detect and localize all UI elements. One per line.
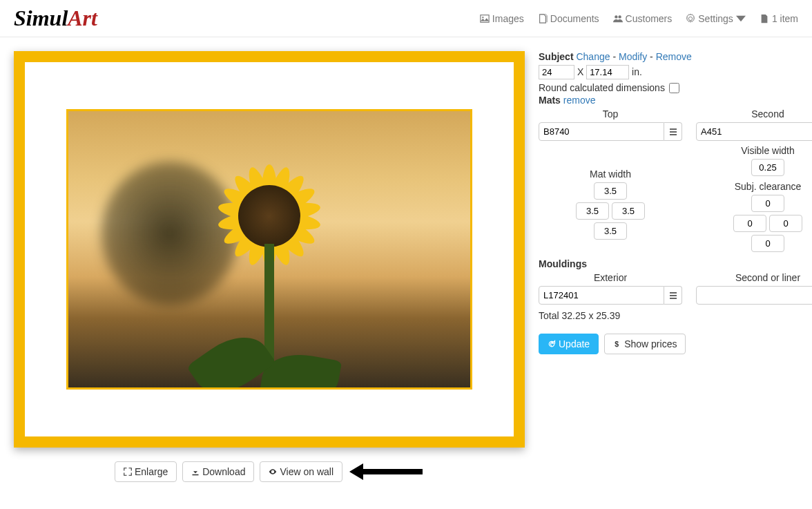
mouldings-header: Mouldings — [539, 258, 812, 269]
update-label: Update — [559, 338, 590, 349]
moulding-second-input[interactable] — [696, 286, 812, 305]
menu-icon — [669, 291, 677, 300]
mat-width-left[interactable] — [576, 202, 609, 220]
svg-text:$: $ — [615, 340, 619, 348]
subj-clearance-grid — [696, 194, 812, 253]
nav-documents-label: Documents — [550, 13, 599, 24]
mat-width-right[interactable] — [612, 202, 645, 220]
download-label: Download — [202, 466, 245, 477]
nav-images[interactable]: Images — [480, 13, 524, 24]
nav-customers-label: Customers — [626, 13, 673, 24]
second-visible-input[interactable] — [751, 159, 784, 176]
subject-image — [68, 111, 470, 387]
caret-down-icon — [736, 14, 746, 23]
documents-icon — [538, 14, 548, 23]
eye-icon — [269, 468, 277, 476]
round-label: Round calculated dimensions — [539, 82, 665, 93]
nav-settings[interactable]: Settings — [686, 13, 746, 24]
mat-top-label: Top — [539, 108, 682, 119]
mouldings-label: Mouldings — [539, 258, 587, 269]
mat-second-label: Second — [696, 108, 812, 119]
totals-row: Total 32.25 x 25.39 Opening 23.75 x 16.8… — [539, 310, 812, 321]
inner-mat — [66, 109, 472, 390]
mats-label: Mats — [539, 95, 561, 106]
nav-documents[interactable]: Documents — [538, 13, 599, 24]
svg-point-2 — [615, 15, 617, 18]
svg-rect-0 — [481, 15, 489, 22]
moulding-col-second: Second or liner — [696, 272, 812, 305]
width-input[interactable] — [539, 65, 574, 79]
subj-clearance-label: Subj. clearance — [696, 181, 812, 192]
nav-customers[interactable]: Customers — [613, 13, 673, 24]
dim-x: X — [577, 66, 583, 77]
show-prices-label: Show prices — [624, 338, 677, 349]
frame-preview — [14, 51, 525, 448]
svg-point-3 — [618, 15, 621, 18]
mat-width-top[interactable] — [594, 182, 627, 200]
update-button[interactable]: Update — [539, 334, 599, 354]
subject-remove-link[interactable]: Remove — [656, 51, 692, 62]
mat-width-grid — [539, 182, 682, 240]
enlarge-label: Enlarge — [135, 466, 168, 477]
moulding-exterior-menu-button[interactable] — [664, 286, 682, 305]
mouldings-grid: Exterior Second or liner Thi — [539, 272, 812, 305]
download-button[interactable]: Download — [182, 461, 254, 482]
menu-icon — [669, 128, 677, 136]
round-checkbox[interactable] — [669, 83, 679, 93]
image-icon — [480, 14, 490, 23]
clearance-top[interactable] — [751, 195, 784, 212]
height-input[interactable] — [586, 65, 629, 79]
config-panel: Subject Change - Modify - Remove X in. R… — [539, 51, 812, 354]
logo[interactable]: SimulArt — [14, 6, 97, 31]
action-buttons: Update $ Show prices — [539, 334, 812, 354]
mats-header: Mats remove — [539, 95, 812, 106]
total-value: 32.25 x 25.39 — [561, 310, 620, 321]
mat-width-bottom[interactable] — [594, 222, 627, 240]
mat-second-input[interactable] — [696, 122, 812, 141]
preview-area: Enlarge Download View on wall — [14, 51, 525, 482]
moulding-second-label: Second or liner — [696, 272, 812, 283]
clearance-left[interactable] — [733, 215, 766, 232]
subject-row: Subject Change - Modify - Remove — [539, 51, 812, 62]
clearance-right[interactable] — [769, 215, 802, 232]
enlarge-button[interactable]: Enlarge — [115, 461, 177, 482]
dimensions-row: X in. — [539, 65, 812, 79]
file-icon — [760, 14, 769, 23]
mats-remove-link[interactable]: remove — [563, 95, 596, 106]
dollar-icon: $ — [613, 340, 621, 348]
second-visible-label: Visible width — [696, 145, 812, 156]
nav-cart-label: 1 item — [772, 13, 798, 24]
nav-images-label: Images — [492, 13, 524, 24]
content: Enlarge Download View on wall Subject Ch… — [0, 37, 812, 496]
refresh-icon — [548, 340, 556, 348]
clearance-bottom[interactable] — [751, 235, 784, 252]
enlarge-icon — [124, 468, 132, 476]
nav-links: Images Documents Customers Settings 1 it… — [480, 13, 798, 24]
moulding-exterior-input[interactable] — [539, 286, 664, 305]
dim-unit: in. — [632, 66, 642, 77]
view-on-wall-label: View on wall — [280, 466, 334, 477]
logo-part1: Simul — [14, 6, 68, 30]
view-on-wall-button[interactable]: View on wall — [260, 461, 342, 482]
subject-label: Subject — [539, 51, 574, 62]
mat-top-menu-button[interactable] — [664, 122, 682, 141]
mat-area — [25, 62, 514, 436]
mat-width-label: Mat width — [539, 169, 682, 180]
navbar: SimulArt Images Documents Customers Sett… — [0, 0, 812, 37]
mats-grid: Top Mat width Sec — [539, 108, 812, 253]
preview-buttons: Enlarge Download View on wall — [14, 461, 525, 482]
download-icon — [191, 468, 200, 476]
mat-top-input[interactable] — [539, 122, 664, 141]
total-label: Total — [539, 310, 559, 321]
round-row: Round calculated dimensions — [539, 82, 812, 93]
nav-settings-label: Settings — [698, 13, 733, 24]
mat-col-second: Second Visible width Subj. clearance — [696, 108, 812, 253]
moulding-exterior-label: Exterior — [539, 272, 682, 283]
logo-part2: Art — [68, 6, 97, 30]
subject-change-link[interactable]: Change — [576, 51, 610, 62]
subject-modify-link[interactable]: Modify — [619, 51, 647, 62]
nav-cart[interactable]: 1 item — [760, 13, 798, 24]
show-prices-button[interactable]: $ Show prices — [604, 334, 686, 354]
total: Total 32.25 x 25.39 — [539, 310, 620, 321]
arrow-pointer-icon — [348, 461, 424, 482]
